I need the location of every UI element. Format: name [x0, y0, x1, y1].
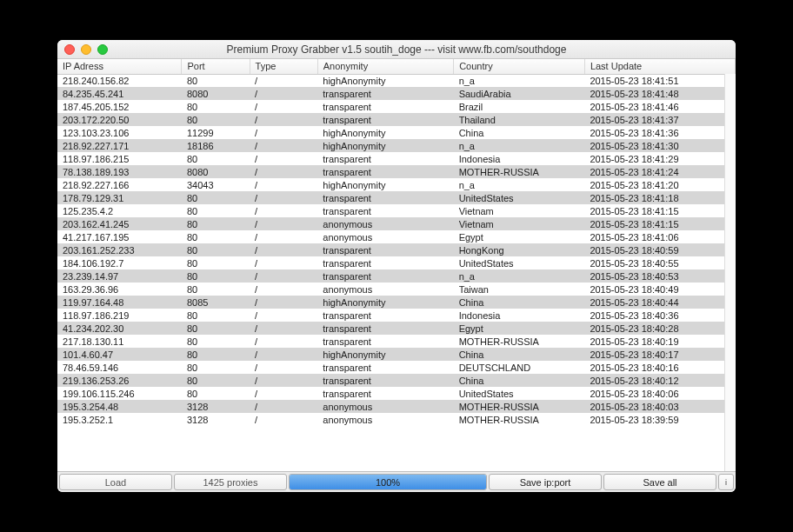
- table-row[interactable]: 203.161.252.23380/transparentHongKong201…: [57, 243, 736, 256]
- table-row[interactable]: 203.172.220.5080/transparentThailand2015…: [57, 113, 736, 126]
- maximize-icon[interactable]: [97, 44, 108, 55]
- save-ipport-button[interactable]: Save ip:port: [489, 474, 602, 490]
- col-header-country[interactable]: Country: [454, 59, 585, 74]
- cell-ip: 187.45.205.152: [57, 100, 182, 113]
- col-header-type[interactable]: Type: [250, 59, 317, 74]
- cell-country: UnitedStates: [454, 387, 585, 400]
- table-row[interactable]: 218.92.227.16634043/highAnonymityn_a2015…: [57, 178, 736, 191]
- cell-country: China: [454, 126, 585, 139]
- table-row[interactable]: 178.79.129.3180/transparentUnitedStates2…: [57, 191, 736, 204]
- cell-anon: transparent: [317, 256, 453, 269]
- table-row[interactable]: 187.45.205.15280/transparentBrazil2015-0…: [57, 100, 736, 113]
- close-icon[interactable]: [64, 44, 75, 55]
- table-row[interactable]: 218.92.227.17118186/highAnonymityn_a2015…: [57, 139, 736, 152]
- cell-port: 80: [182, 348, 250, 361]
- table-row[interactable]: 163.29.36.9680/anonymousTaiwan2015-05-23…: [57, 283, 736, 296]
- cell-country: China: [454, 374, 585, 387]
- cell-port: 80: [182, 243, 250, 256]
- col-header-ip[interactable]: IP Adress: [57, 59, 182, 74]
- info-button[interactable]: i: [718, 474, 734, 490]
- cell-type: /: [250, 322, 317, 335]
- col-header-anonymity[interactable]: Anonymity: [317, 59, 453, 74]
- cell-type: /: [250, 413, 317, 426]
- cell-update: 2015-05-23 18:41:15: [584, 217, 735, 230]
- cell-anon: transparent: [317, 269, 453, 283]
- cell-ip: 78.46.59.146: [57, 361, 182, 374]
- cell-country: MOTHER-RUSSIA: [454, 413, 585, 426]
- cell-type: /: [250, 256, 317, 269]
- cell-port: 80: [182, 100, 250, 113]
- table-row[interactable]: 118.97.186.21580/transparentIndonesia201…: [57, 152, 736, 165]
- table-row[interactable]: 101.4.60.4780/highAnonymityChina2015-05-…: [57, 348, 736, 361]
- cell-update: 2015-05-23 18:40:55: [584, 256, 735, 269]
- cell-type: /: [250, 335, 317, 348]
- cell-ip: 218.92.227.166: [57, 178, 182, 191]
- table-row[interactable]: 195.3.254.483128/anonymousMOTHER-RUSSIA2…: [57, 400, 736, 413]
- cell-ip: 203.172.220.50: [57, 113, 182, 126]
- col-header-last-update[interactable]: Last Update: [584, 59, 735, 74]
- cell-anon: transparent: [317, 87, 453, 100]
- cell-country: n_a: [454, 178, 585, 191]
- window-title: Premium Proxy Grabber v1.5 soutih_doge -…: [57, 43, 736, 56]
- cell-update: 2015-05-23 18:40:19: [584, 335, 735, 348]
- cell-port: 80: [182, 374, 250, 387]
- cell-ip: 163.29.36.96: [57, 283, 182, 296]
- cell-type: /: [250, 178, 317, 191]
- cell-anon: transparent: [317, 335, 453, 348]
- cell-country: Indonesia: [454, 309, 585, 322]
- cell-anon: transparent: [317, 243, 453, 256]
- cell-anon: transparent: [317, 387, 453, 400]
- cell-type: /: [250, 309, 317, 322]
- table-row[interactable]: 78.138.189.1938080/transparentMOTHER-RUS…: [57, 165, 736, 178]
- col-header-port[interactable]: Port: [182, 59, 250, 74]
- table-row[interactable]: 41.217.167.19580/anonymousEgypt2015-05-2…: [57, 230, 736, 243]
- minimize-icon[interactable]: [81, 44, 91, 55]
- scrollbar[interactable]: [724, 74, 736, 471]
- table-row[interactable]: 118.97.186.21980/transparentIndonesia201…: [57, 309, 736, 322]
- table-row[interactable]: 78.46.59.14680/transparentDEUTSCHLAND201…: [57, 361, 736, 374]
- traffic-lights: [57, 44, 108, 55]
- cell-anon: transparent: [317, 309, 453, 322]
- table-row[interactable]: 125.235.4.280/transparentVietnam2015-05-…: [57, 204, 736, 217]
- cell-type: /: [250, 191, 317, 204]
- table-row[interactable]: 203.162.41.24580/anonymousVietnam2015-05…: [57, 217, 736, 230]
- cell-port: 3128: [182, 400, 250, 413]
- cell-country: MOTHER-RUSSIA: [454, 335, 585, 348]
- table-row[interactable]: 41.234.202.3080/transparentEgypt2015-05-…: [57, 322, 736, 335]
- cell-anon: transparent: [317, 100, 453, 113]
- cell-ip: 178.79.129.31: [57, 191, 182, 204]
- cell-port: 80: [182, 191, 250, 204]
- cell-update: 2015-05-23 18:41:30: [584, 139, 735, 152]
- cell-update: 2015-05-23 18:40:49: [584, 283, 735, 296]
- table-row[interactable]: 219.136.253.2680/transparentChina2015-05…: [57, 374, 736, 387]
- cell-port: 8080: [182, 165, 250, 178]
- cell-ip: 195.3.254.48: [57, 400, 182, 413]
- cell-country: Indonesia: [454, 152, 585, 165]
- cell-ip: 41.217.167.195: [57, 230, 182, 243]
- cell-update: 2015-05-23 18:40:53: [584, 269, 735, 283]
- progress-bar: 100%: [289, 474, 487, 490]
- save-all-button[interactable]: Save all: [603, 474, 716, 490]
- cell-country: Vietnam: [454, 217, 585, 230]
- cell-country: HongKong: [454, 243, 585, 256]
- table-row[interactable]: 84.235.45.2418080/transparentSaudiArabia…: [57, 87, 736, 100]
- table-row[interactable]: 123.103.23.10611299/highAnonymityChina20…: [57, 126, 736, 139]
- cell-port: 11299: [182, 126, 250, 139]
- table-row[interactable]: 184.106.192.780/transparentUnitedStates2…: [57, 256, 736, 269]
- cell-update: 2015-05-23 18:41:18: [584, 191, 735, 204]
- cell-anon: anonymous: [317, 230, 453, 243]
- cell-anon: transparent: [317, 191, 453, 204]
- table-row[interactable]: 119.97.164.488085/highAnonymityChina2015…: [57, 296, 736, 309]
- table-row[interactable]: 195.3.252.13128/anonymousMOTHER-RUSSIA20…: [57, 413, 736, 426]
- table-row[interactable]: 23.239.14.9780/transparentn_a2015-05-23 …: [57, 269, 736, 283]
- load-button[interactable]: Load: [59, 474, 172, 490]
- cell-update: 2015-05-23 18:41:48: [584, 87, 735, 100]
- cell-country: MOTHER-RUSSIA: [454, 400, 585, 413]
- cell-port: 80: [182, 113, 250, 126]
- table-row[interactable]: 217.18.130.1180/transparentMOTHER-RUSSIA…: [57, 335, 736, 348]
- cell-update: 2015-05-23 18:40:44: [584, 296, 735, 309]
- table-header-row: IP Adress Port Type Anonymity Country La…: [57, 59, 736, 74]
- table-row[interactable]: 218.240.156.8280/highAnonymityn_a2015-05…: [57, 74, 736, 87]
- table-row[interactable]: 199.106.115.24680/transparentUnitedState…: [57, 387, 736, 400]
- cell-ip: 218.240.156.82: [57, 74, 182, 87]
